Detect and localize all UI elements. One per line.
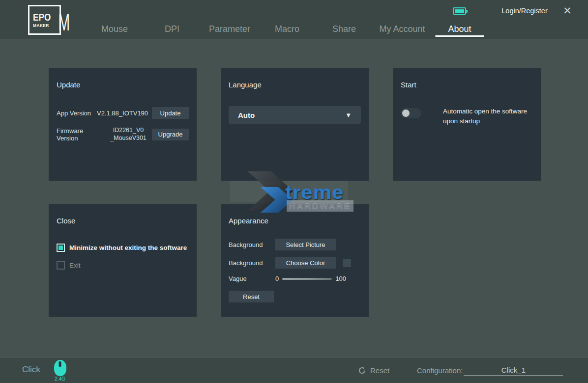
divider	[229, 232, 361, 232]
upgrade-button[interactable]: Upgrade	[152, 129, 189, 140]
update-button[interactable]: Update	[152, 107, 189, 119]
app-window: EPO MAKER M Mouse DPI Parameter Macro Sh…	[0, 0, 588, 383]
minimize-option-label: Minimize without exiting the software	[69, 244, 187, 251]
watermark-treme-text: treme	[285, 182, 344, 203]
language-dropdown[interactable]: Auto ▼	[229, 106, 361, 124]
language-panel-title: Language	[229, 81, 361, 89]
update-panel: Update App Version V2.1.88_IOTV190 Updat…	[49, 68, 197, 181]
background-color-swatch[interactable]	[343, 259, 351, 267]
tab-macro[interactable]: Macro	[275, 23, 299, 37]
tab-parameter[interactable]: Parameter	[209, 23, 250, 37]
background-picture-row: Background Select Picture	[229, 239, 361, 250]
language-selected-value: Auto	[238, 111, 345, 119]
footer-reset-label: Reset	[370, 366, 389, 375]
refresh-icon	[358, 367, 366, 374]
tab-about[interactable]: About	[435, 23, 484, 37]
battery-icon	[453, 7, 466, 15]
background-color-row: Background Choose Color	[229, 257, 361, 269]
appearance-reset-button[interactable]: Reset	[229, 291, 274, 302]
app-version-row: App Version V2.1.88_IOTV190 Update	[57, 107, 189, 119]
startup-toggle[interactable]	[401, 108, 421, 118]
firmware-version-row: Firmware Version ID2261_V0_MouseV301 Upg…	[57, 127, 189, 142]
firmware-version-value: ID2261_V0_MouseV301	[105, 127, 152, 142]
firmware-version-label: Firmware Version	[57, 127, 105, 142]
divider	[57, 232, 189, 232]
vague-row: Vague 0 100	[229, 275, 361, 282]
start-panel-title: Start	[401, 81, 533, 89]
select-picture-button[interactable]: Select Picture	[275, 239, 336, 250]
exit-option-row[interactable]: Exit	[57, 261, 189, 270]
tab-my-account[interactable]: My Account	[379, 23, 425, 37]
choose-color-button[interactable]: Choose Color	[275, 257, 336, 269]
firmware-value-line1: ID2261_V0	[113, 127, 144, 134]
close-panel-title: Close	[57, 217, 189, 225]
click-label: Click	[22, 357, 40, 382]
header-bar: EPO MAKER M Mouse DPI Parameter Macro Sh…	[0, 0, 588, 39]
logo-line2: MAKER	[33, 23, 52, 28]
vague-label: Vague	[229, 275, 275, 282]
footer-bar: Click 2.4G Reset Configuration: Click_1	[0, 357, 588, 383]
background-color-label: Background	[229, 259, 275, 267]
chevron-down-icon: ▼	[345, 111, 352, 119]
exit-option-label: Exit	[69, 262, 81, 269]
startup-description: Automatic open the software upon startup	[443, 107, 531, 126]
minimize-option-row[interactable]: Minimize without exiting the software	[57, 244, 189, 252]
firmware-value-line2: _MouseV301	[110, 135, 147, 141]
startup-option-row: Automatic open the software upon startup	[401, 107, 533, 126]
minimize-checkbox[interactable]	[57, 244, 65, 252]
appearance-panel: Appearance Background Select Picture Bac…	[221, 204, 369, 317]
logo-text-block: EPO MAKER	[33, 8, 55, 31]
close-window-icon[interactable]: ✕	[561, 5, 573, 17]
language-panel: Language Auto ▼	[221, 68, 369, 181]
configuration-label: Configuration:	[417, 366, 463, 375]
configuration-group: Configuration: Click_1	[417, 357, 563, 383]
epomaker-logo: EPO MAKER M	[28, 5, 61, 35]
start-panel: Start Automatic open the software upon s…	[393, 68, 541, 181]
close-panel: Close Minimize without exiting the softw…	[49, 204, 197, 317]
connection-badge: 2.4G	[53, 376, 67, 382]
app-version-label: App Version	[57, 109, 97, 117]
logo-line1: EPO	[33, 12, 51, 23]
mouse-icon	[54, 360, 66, 376]
appearance-reset-row: Reset	[229, 291, 361, 302]
tab-dpi[interactable]: DPI	[165, 23, 179, 37]
login-register-link[interactable]: Login/Register	[501, 7, 548, 15]
tab-mouse[interactable]: Mouse	[101, 23, 128, 37]
exit-checkbox[interactable]	[57, 261, 65, 270]
update-panel-title: Update	[57, 81, 189, 89]
watermark-band	[230, 181, 348, 202]
vague-min-value: 0	[275, 275, 279, 282]
logo-m: M	[59, 8, 70, 35]
appearance-panel-title: Appearance	[229, 217, 361, 225]
divider	[401, 96, 533, 96]
tab-share[interactable]: Share	[332, 23, 356, 37]
app-version-value: V2.1.88_IOTV190	[97, 109, 152, 117]
divider	[229, 96, 361, 96]
background-picture-label: Background	[229, 241, 275, 248]
vague-max-value: 100	[335, 275, 346, 282]
vague-slider[interactable]	[282, 278, 332, 280]
divider	[57, 96, 189, 96]
mouse-wheel-icon	[59, 361, 61, 367]
device-selector[interactable]: 2.4G	[53, 360, 67, 382]
footer-reset-button[interactable]: Reset	[358, 357, 389, 383]
configuration-input[interactable]: Click_1	[464, 366, 563, 376]
toggle-knob	[402, 109, 410, 117]
